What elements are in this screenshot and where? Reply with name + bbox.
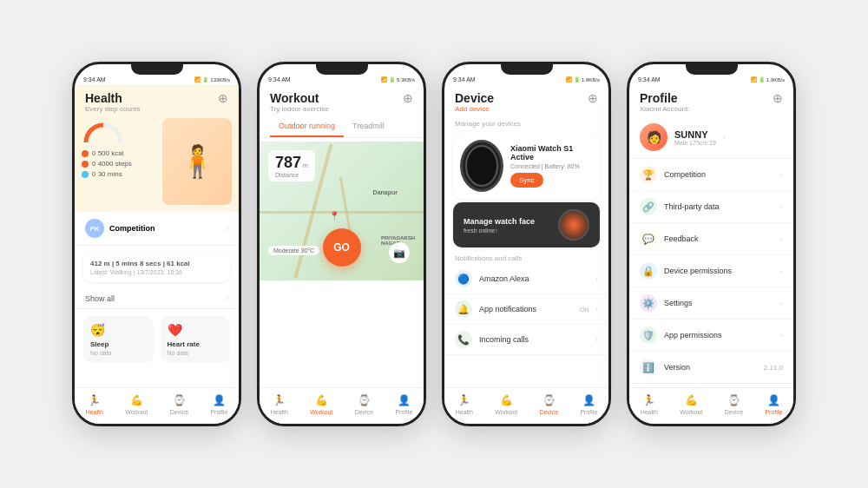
nav-workout-icon: 💪: [129, 393, 143, 407]
battery-icon: 🔋: [574, 76, 580, 82]
appnotif-icon: 🔔: [455, 300, 472, 318]
device-item-calls[interactable]: 📞 Incoming calls ›: [444, 325, 608, 355]
steps-dot: [82, 161, 89, 168]
nav-workout-label: Workout: [310, 409, 332, 415]
camera-button[interactable]: 📷: [389, 242, 410, 263]
notch: [131, 64, 183, 75]
watch-card[interactable]: Xiaomi Watch S1 Active Connected | Batte…: [453, 133, 600, 199]
nav-profile-icon: 👤: [397, 393, 411, 407]
nav-profile-icon: 👤: [212, 393, 226, 407]
sync-button[interactable]: Sync: [510, 173, 543, 188]
workout-title: Workout: [270, 91, 329, 105]
profile-item-devperm[interactable]: 🔒 Device permissions ›: [629, 255, 793, 287]
battery-icon: 🔋: [759, 76, 765, 82]
thirdparty-chevron: ›: [780, 203, 783, 211]
watch-image: [460, 140, 503, 192]
heartrate-card[interactable]: ❤️ Heart rate No data: [161, 316, 231, 363]
profile-item-appperm[interactable]: 🛡️ App permissions ›: [629, 320, 793, 352]
health-mini-cards: 😴 Sleep No data ❤️ Heart rate No data: [75, 309, 239, 370]
battery-icon: 🔋: [202, 76, 208, 82]
nav-profile[interactable]: 👤 Profile: [395, 393, 412, 415]
profile-item-version[interactable]: ℹ️ Version 2.11.0: [629, 352, 793, 384]
nav-device[interactable]: ⌚ Device: [725, 393, 743, 415]
nav-profile-label: Profile: [210, 409, 227, 415]
comp-chevron: ›: [226, 225, 228, 233]
profile-item-settings[interactable]: ⚙️ Settings ›: [629, 287, 793, 320]
appperm-icon: 🛡️: [640, 326, 657, 344]
nav-workout-label: Workout: [125, 409, 148, 415]
watch-face-title: Manage watch face: [464, 217, 535, 226]
user-card[interactable]: 🧑 SUNNY Male 175cm 19 ›: [629, 116, 793, 159]
go-button[interactable]: GO: [323, 228, 361, 267]
phones-container: 9:34 AM 📶 🔋 133KB/s Health Every step co…: [55, 44, 813, 444]
nav-device-icon: ⌚: [542, 393, 556, 407]
device-screen: Device Add device ⊕ Manage your devices …: [444, 84, 608, 387]
user-chevron: ›: [723, 134, 726, 142]
profile-title: Profile: [640, 91, 689, 105]
nav-profile[interactable]: 👤 Profile: [580, 393, 597, 415]
nav-workout[interactable]: 💪 Workout: [310, 393, 332, 415]
status-icons: 📶 🔋 1.9KB/s: [566, 76, 600, 82]
health-stats: 0 500 kcal 0 4000 steps 0 30 mins: [82, 118, 132, 181]
nav-workout-icon: 💪: [314, 393, 328, 407]
nav-health[interactable]: 🏃 Health: [456, 393, 473, 415]
sleep-sub: No data: [90, 350, 147, 356]
status-icons: 📶 🔋 1.9KB/s: [751, 76, 785, 82]
user-info-block: SUNNY Male 175cm 19: [674, 129, 716, 146]
profile-item-competition[interactable]: 🏆 Competition ›: [629, 159, 793, 191]
nav-workout[interactable]: 💪 Workout: [495, 393, 517, 415]
health-screen: Health Every step counts ⊕ 0 500 kcal: [75, 84, 239, 387]
nav-profile[interactable]: 👤 Profile: [210, 393, 227, 415]
nav-profile[interactable]: 👤 Profile: [765, 393, 782, 415]
heart-icon: ❤️: [168, 323, 224, 337]
health-add-icon[interactable]: ⊕: [218, 91, 228, 105]
profile-item-feedback[interactable]: 💬 Feedback ›: [629, 223, 793, 255]
health-subtitle: Every step counts: [85, 105, 141, 113]
nav-device[interactable]: ⌚ Device: [170, 393, 188, 415]
nav-health[interactable]: 🏃 Health: [641, 393, 658, 415]
nav-workout[interactable]: 💪 Workout: [125, 393, 148, 415]
tab-outdoor[interactable]: Outdoor running: [270, 116, 344, 137]
nav-device-icon: ⌚: [172, 393, 186, 407]
show-all-row[interactable]: Show all ›: [75, 289, 239, 309]
watch-name: Xiaomi Watch S1 Active: [510, 144, 593, 162]
nav-profile-icon: 👤: [766, 393, 780, 407]
profile-item-thirdparty[interactable]: 🔗 Third-party data ›: [629, 191, 793, 223]
mins-dot: [82, 171, 89, 178]
user-details: Male 175cm 19: [674, 140, 716, 146]
device-item-appnotif[interactable]: 🔔 App notifications On ›: [444, 294, 608, 325]
steps-value: 0 4000 steps: [92, 160, 132, 168]
competition-row[interactable]: PK Competition ›: [75, 212, 239, 246]
health-stat-mins: 0 30 mins: [82, 170, 132, 178]
tab-treadmill[interactable]: Treadmill: [344, 116, 393, 137]
calls-label: Incoming calls: [479, 335, 589, 344]
nav-profile-label: Profile: [580, 409, 597, 415]
profile-item-about[interactable]: 📄 About this app ›: [629, 384, 793, 387]
nav-device[interactable]: ⌚ Device: [355, 393, 373, 415]
distance-box: 787 m Distance: [268, 150, 315, 181]
nav-health[interactable]: 🏃 Health: [86, 393, 103, 415]
nav-device-label: Device: [170, 409, 188, 415]
nav-device[interactable]: ⌚ Device: [540, 393, 558, 415]
profile-header: Profile Xiaomi Account: ⊕: [629, 84, 793, 116]
watch-face-card[interactable]: Manage watch face fresh online↑: [453, 202, 600, 247]
status-icons: 📶 🔋 5.3KB/s: [381, 76, 415, 82]
nav-workout[interactable]: 💪 Workout: [680, 393, 702, 415]
nav-device-label: Device: [355, 409, 373, 415]
competition-label: Competition: [664, 170, 773, 179]
status-extra: 1.9KB/s: [582, 77, 600, 82]
nav-health[interactable]: 🏃 Health: [271, 393, 288, 415]
calls-icon: 📞: [455, 331, 472, 348]
workout-bottom-nav: 🏃 Health 💪 Workout ⌚ Device 👤 Profile: [260, 387, 424, 424]
sleep-card[interactable]: 😴 Sleep No data: [83, 316, 154, 363]
kcal-dot: [82, 150, 89, 157]
device-item-alexa[interactable]: 🔵 Amazon Alexa ›: [444, 264, 608, 294]
notch: [686, 64, 738, 75]
workout-add-icon[interactable]: ⊕: [403, 91, 413, 105]
signal-icon: 📶: [751, 76, 757, 82]
health-stat-steps: 0 4000 steps: [82, 160, 132, 168]
profile-add-icon[interactable]: ⊕: [773, 91, 783, 105]
heartrate-title: Heart rate: [168, 340, 224, 348]
feedback-label: Feedback: [664, 234, 773, 243]
device-add-icon[interactable]: ⊕: [588, 91, 598, 105]
